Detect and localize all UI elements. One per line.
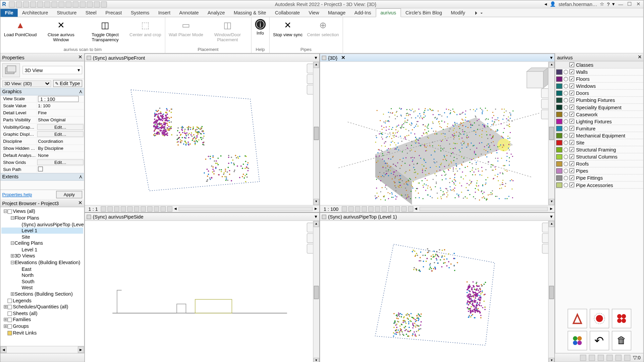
- class-checkbox[interactable]: ✓: [570, 112, 574, 116]
- prop-row[interactable]: Sun Path: [0, 166, 84, 173]
- tab-massing-site[interactable]: Massing & Site: [229, 9, 270, 17]
- tree-node[interactable]: (Sync) aurivusPipeTop (Leve: [1, 221, 83, 227]
- class-color-swatch[interactable]: [556, 76, 562, 81]
- class-row-pipe-accessories[interactable]: ✓Pipe Accessories: [555, 182, 643, 189]
- browser-close-icon[interactable]: ✕: [78, 200, 82, 206]
- prop-value[interactable]: Coordination: [37, 139, 84, 143]
- prop-row[interactable]: Default Analys…None: [0, 152, 84, 159]
- prop-row[interactable]: Detail LevelFine: [0, 110, 84, 117]
- type-selector[interactable]: 3D View ▾: [22, 66, 82, 74]
- undo-tool[interactable]: ↶: [590, 331, 609, 350]
- prop-value[interactable]: Edit…: [37, 124, 84, 130]
- status-filter-icon[interactable]: [624, 355, 630, 361]
- class-checkbox[interactable]: ✓: [570, 161, 574, 166]
- tree-node[interactable]: ⊞Sections (Building Section): [1, 291, 83, 297]
- properties-help-link[interactable]: Properties help: [2, 192, 32, 197]
- expand-icon[interactable]: ⊟: [10, 260, 14, 265]
- prop-row[interactable]: Graphic Displ…Edit…: [0, 131, 84, 138]
- view-ctrl-icon[interactable]: [114, 206, 120, 212]
- aurivus-close-icon[interactable]: ✕: [638, 54, 642, 60]
- close-button[interactable]: ✕: [635, 2, 641, 7]
- tree-node[interactable]: Level 1: [1, 228, 83, 234]
- class-color-swatch[interactable]: [556, 147, 562, 152]
- qat-text-icon[interactable]: [65, 1, 71, 7]
- prop-row[interactable]: Visibility/Grap…Edit…: [0, 124, 84, 131]
- view-ctrl-icon[interactable]: [395, 206, 400, 212]
- tree-node[interactable]: Legends: [1, 297, 83, 304]
- status-select-icon[interactable]: [580, 355, 586, 361]
- tree-node[interactable]: ⊞Families: [1, 316, 83, 323]
- favorites-icon[interactable]: ☆: [600, 1, 604, 7]
- view-canvas[interactable]: [85, 62, 319, 205]
- view-hscroll[interactable]: [179, 206, 313, 211]
- prop-value[interactable]: None: [37, 153, 84, 158]
- class-row-windows[interactable]: ✓Windows: [555, 82, 643, 89]
- aurivus-logo-tool[interactable]: [568, 309, 587, 328]
- prop-value[interactable]: 1: 100: [37, 103, 84, 108]
- view-menu-icon[interactable]: ▾: [550, 214, 553, 220]
- dropdown-icon[interactable]: ▾: [612, 1, 615, 7]
- view-vscroll[interactable]: ▴▾: [548, 221, 554, 362]
- prop-value[interactable]: Fine: [37, 111, 84, 115]
- class-row-plumbing-fixtures[interactable]: ✓Plumbing Fixtures: [555, 97, 643, 104]
- ribbon-mode-dropdown[interactable]: ⏵ ▾: [470, 9, 487, 17]
- view-ctrl-icon[interactable]: [154, 206, 159, 212]
- tree-node[interactable]: ⊟Ceiling Plans: [1, 240, 83, 247]
- tree-node[interactable]: ⊞3D Views: [1, 253, 83, 259]
- class-row-structural-framing[interactable]: ✓Structural Framing: [555, 146, 643, 153]
- tab-systems[interactable]: Systems: [126, 9, 154, 17]
- stop-view-sync[interactable]: ✕Stop view sync: [271, 18, 304, 46]
- class-checkbox[interactable]: ✓: [570, 140, 574, 145]
- prop-group-extents[interactable]: Extents⋏: [0, 173, 84, 181]
- view-ctrl-icon[interactable]: [167, 206, 173, 212]
- tree-node[interactable]: North: [1, 272, 83, 278]
- qat-redo-icon[interactable]: [37, 1, 43, 7]
- class-checkbox[interactable]: ✓: [570, 98, 574, 102]
- class-check-all[interactable]: ✓: [570, 62, 574, 67]
- info-button[interactable]: ⓘInfo: [253, 18, 267, 46]
- hscroll-right-icon[interactable]: ▸: [550, 206, 553, 212]
- expand-icon[interactable]: ⊟: [10, 215, 14, 221]
- view-header[interactable]: (Sync) aurivusPipeSide▾: [85, 213, 319, 221]
- class-checkbox[interactable]: ✓: [570, 105, 574, 109]
- prop-value[interactable]: By Discipline: [37, 146, 84, 150]
- tab-add-ins[interactable]: Add-Ins: [350, 9, 375, 17]
- class-color-swatch[interactable]: [556, 119, 562, 124]
- class-color-swatch[interactable]: [556, 175, 562, 181]
- class-color-swatch[interactable]: [556, 140, 562, 145]
- qat-measure-icon[interactable]: [51, 1, 57, 7]
- class-color-swatch[interactable]: [556, 182, 562, 188]
- class-row-floors[interactable]: ✓Floors: [555, 75, 643, 82]
- view-header[interactable]: (Sync) aurivusPipeTop (Level 1)▾: [320, 213, 554, 221]
- class-radio[interactable]: [564, 119, 568, 123]
- class-row-furniture[interactable]: ✓Furniture: [555, 125, 643, 132]
- status-face-icon[interactable]: [598, 355, 604, 361]
- tree-node[interactable]: Site: [1, 234, 83, 240]
- close-aurivus[interactable]: ✕Close aurivus Window: [39, 18, 83, 46]
- class-checkbox[interactable]: ✓: [570, 76, 574, 81]
- class-radio[interactable]: [564, 169, 568, 173]
- class-color-swatch[interactable]: [556, 112, 562, 117]
- view-menu-icon[interactable]: ▾: [550, 55, 553, 60]
- tab-collaborate[interactable]: Collaborate: [271, 9, 305, 17]
- qat-thin-icon[interactable]: [87, 1, 93, 7]
- tree-node[interactable]: ⊟Views (all): [1, 208, 83, 215]
- view-ctrl-icon[interactable]: [348, 206, 354, 212]
- view-ctrl-icon[interactable]: [141, 206, 146, 212]
- view-ctrl-icon[interactable]: [401, 206, 407, 212]
- tab-annotate[interactable]: Annotate: [175, 9, 203, 17]
- prop-value[interactable]: Show Original: [37, 118, 84, 122]
- user-name[interactable]: stefan.hoerman…: [558, 2, 597, 7]
- expand-icon[interactable]: ⊟: [3, 208, 7, 214]
- status-pin-icon[interactable]: [606, 355, 612, 361]
- hscroll-left-icon[interactable]: ◂: [415, 206, 417, 212]
- qat-undo-icon[interactable]: [30, 1, 36, 7]
- toggle-transparency[interactable]: ◫Toggle Object Transparency: [84, 18, 127, 46]
- user-icon[interactable]: 👤: [550, 1, 556, 7]
- view-canvas[interactable]: [320, 221, 554, 362]
- tree-node[interactable]: ⊟Floor Plans: [1, 215, 83, 222]
- view-vscroll[interactable]: ▴▾: [313, 221, 319, 362]
- view-hscroll[interactable]: [419, 206, 548, 211]
- prop-row[interactable]: Show Hidden …By Discipline: [0, 145, 84, 152]
- class-radio[interactable]: [564, 98, 568, 102]
